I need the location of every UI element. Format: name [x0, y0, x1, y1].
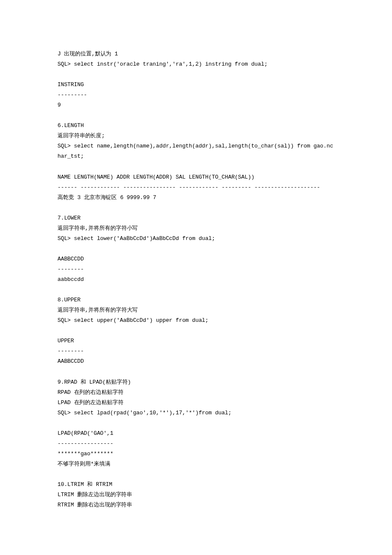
text-line: 8.UPPER [58, 295, 334, 305]
blank-line [58, 244, 334, 254]
text-line: SQL> select instr('oracle traning','ra',… [58, 59, 334, 69]
text-line: RTRIM 删除右边出现的字符串 [58, 500, 334, 510]
blank-line [58, 367, 334, 377]
text-line: 不够字符则用*来填满 [58, 459, 334, 469]
blank-line [58, 203, 334, 213]
text-line: NAME LENGTH(NAME) ADDR LENGTH(ADDR) SAL … [58, 172, 334, 182]
blank-line [58, 69, 334, 80]
text-line: 返回字符串,并将所有的字符小写 [58, 223, 334, 234]
text-line: 返回字符串,并将所有的字符大写 [58, 305, 334, 315]
text-line: ------ ------------ ---------------- ---… [58, 182, 334, 193]
text-line: SQL> select lower('AaBbCcDd')AaBbCcDd fr… [58, 234, 334, 244]
blank-line [58, 110, 334, 121]
text-line: 返回字符串的长度; [58, 131, 334, 141]
blank-line [58, 162, 334, 172]
text-line: ----------------- [58, 439, 334, 449]
text-line: 高乾竞 3 北京市海锭区 6 9999.99 7 [58, 193, 334, 203]
text-line: UPPER [58, 336, 334, 346]
blank-line [58, 469, 334, 480]
text-line: 7.LOWER [58, 213, 334, 223]
text-line: aabbccdd [58, 275, 334, 285]
text-line: -------- [58, 346, 334, 356]
text-line: SQL> select name,length(name),addr,lengt… [58, 141, 334, 162]
text-line: AABBCCDD [58, 254, 334, 264]
text-line: LTRIM 删除左边出现的字符串 [58, 490, 334, 500]
text-line: INSTRING [58, 80, 334, 90]
text-line: AABBCCDD [58, 356, 334, 367]
text-line: LPAD 在列的左边粘贴字符 [58, 398, 334, 408]
text-line: 9.RPAD 和 LPAD(粘贴字符) [58, 377, 334, 387]
text-line: 9 [58, 100, 334, 110]
text-line: 10.LTRIM 和 RTRIM [58, 480, 334, 490]
text-line: RPAD 在列的右边粘贴字符 [58, 387, 334, 398]
blank-line [58, 418, 334, 428]
text-line: SQL> select upper('AaBbCcDd') upper from… [58, 315, 334, 326]
text-line: SQL> select lpad(rpad('gao',10,'*'),17,'… [58, 408, 334, 418]
text-line: --------- [58, 90, 334, 100]
document-page: J 出现的位置,默认为 1 SQL> select instr('oracle … [0, 0, 392, 555]
text-line: -------- [58, 264, 334, 275]
blank-line [58, 326, 334, 336]
text-line: 6.LENGTH [58, 121, 334, 131]
blank-line [58, 285, 334, 295]
text-line: J 出现的位置,默认为 1 [58, 49, 334, 59]
text-line: *******gao******* [58, 449, 334, 459]
text-line: LPAD(RPAD('GAO',1 [58, 428, 334, 439]
